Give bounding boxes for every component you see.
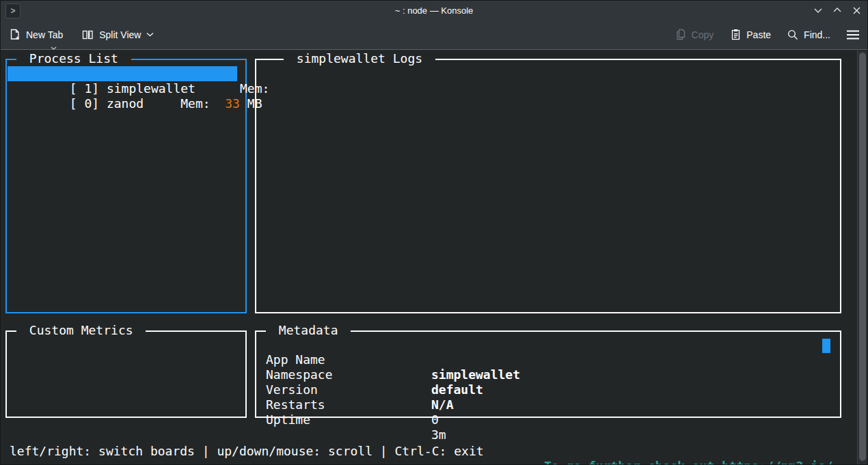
terminal-screen[interactable]: Process List [ 1] simplewallet Mem: [ 0]… <box>1 51 867 464</box>
new-tab-icon <box>9 29 21 40</box>
search-icon <box>787 29 798 40</box>
find-button[interactable]: Find... <box>787 29 830 40</box>
process-row[interactable]: [ 0] zanod Mem: 33 MB <box>8 81 262 96</box>
split-view-label: Split View <box>99 29 141 40</box>
status-line: left/right: switch boards | up/down/mous… <box>1 429 867 444</box>
new-tab-button[interactable]: New Tab <box>9 29 63 40</box>
copy-icon <box>675 29 686 40</box>
metadata-row: Restarts 0 <box>256 382 840 397</box>
window-controls <box>811 1 863 20</box>
new-tab-label: New Tab <box>26 29 63 40</box>
process-list-title: Process List <box>16 51 131 66</box>
process-row-text: [ 0] zanod Mem: <box>70 96 226 111</box>
konsole-window: > ~ : node — Konsole <box>0 0 868 465</box>
process-list-panel: Process List [ 1] simplewallet Mem: [ 0]… <box>5 59 247 313</box>
terminal-scrollbar[interactable] <box>857 51 867 464</box>
close-button[interactable] <box>850 3 863 17</box>
metadata-label: Uptime <box>266 412 310 427</box>
logs-panel-title: simplewallet Logs <box>284 51 435 66</box>
metadata-row: Uptime 3m <box>256 397 840 412</box>
metadata-row: App Name simplewallet <box>256 337 840 352</box>
titlebar: > ~ : node — Konsole <box>1 1 867 20</box>
paste-button[interactable]: Paste <box>730 29 771 40</box>
custom-metrics-title: Custom Metrics <box>16 323 146 338</box>
konsole-app-icon-glyph: > <box>10 6 15 16</box>
hamburger-menu-icon <box>847 30 859 40</box>
find-label: Find... <box>804 29 830 40</box>
window-title: ~ : node — Konsole <box>1 5 867 16</box>
terminal-scrollbar-thumb[interactable] <box>859 53 866 461</box>
toolbar-right-group: Copy Paste Find... <box>675 29 859 40</box>
logs-panel: simplewallet Logs <box>255 59 841 313</box>
chevron-up-icon <box>833 8 841 13</box>
metadata-value: 0 <box>431 412 439 427</box>
pm2-promo-link[interactable]: To go further check out https://pm2.io/ <box>544 459 833 465</box>
split-view-icon <box>82 29 94 40</box>
metadata-rows: App Name simplewallet Namespace default … <box>256 337 840 412</box>
close-icon <box>853 7 860 14</box>
metadata-title: Metadata <box>266 323 351 338</box>
process-row-selected[interactable]: [ 1] simplewallet Mem: <box>8 66 237 81</box>
copy-label: Copy <box>692 29 714 40</box>
toolbar: New Tab Split View Copy <box>1 20 867 50</box>
konsole-app-icon[interactable]: > <box>5 3 21 18</box>
metadata-row: Version N/A <box>256 367 840 382</box>
status-keybindings-text: left/right: switch boards | up/down/mous… <box>10 444 484 459</box>
process-row-mem-value: 33 <box>225 96 240 111</box>
menu-button[interactable] <box>847 30 859 40</box>
maximize-button[interactable] <box>830 3 844 17</box>
paste-label: Paste <box>746 29 771 40</box>
minimize-button[interactable] <box>811 3 825 17</box>
toolbar-left-group: New Tab Split View <box>9 29 154 40</box>
split-view-button[interactable]: Split View <box>82 29 154 40</box>
split-view-chevron-down-icon <box>146 32 154 37</box>
custom-metrics-panel: Custom Metrics <box>5 330 247 418</box>
metadata-panel: Metadata App Name simplewallet Namespace… <box>255 330 841 418</box>
copy-button[interactable]: Copy <box>675 29 714 40</box>
chevron-down-icon <box>814 8 822 13</box>
paste-icon <box>730 29 741 40</box>
metadata-row: Namespace default <box>256 352 840 367</box>
